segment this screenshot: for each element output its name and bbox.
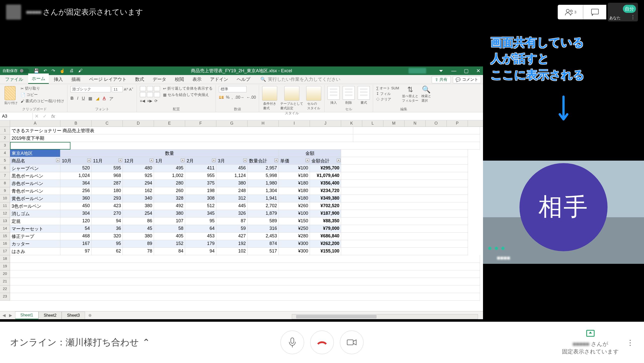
cell[interactable]: ¥702,520 — [310, 202, 341, 210]
cell[interactable]: 95 — [92, 240, 123, 248]
merge-button[interactable]: ▦ セルを結合して中央揃え — [163, 92, 213, 97]
font-size-select[interactable]: 11 — [112, 86, 123, 92]
cell[interactable]: ¥79,000 — [310, 225, 341, 233]
italic-button[interactable]: I — [77, 96, 78, 102]
cell[interactable]: 450 — [60, 202, 92, 210]
autosave-toggle[interactable]: 自動保存 — [3, 68, 29, 73]
name-box[interactable]: A3 — [0, 113, 33, 120]
format-painter-button[interactable]: 🖌 書式のコピー/貼り付け — [21, 99, 64, 103]
cell[interactable]: 427 — [216, 233, 248, 240]
tab-home[interactable]: ホーム — [28, 74, 49, 84]
cell[interactable]: できるステーショナリー 商品売上管理表 — [10, 127, 353, 134]
percent-icon[interactable]: % — [226, 95, 229, 100]
cell[interactable]: 248 — [216, 187, 248, 195]
sheet-tab[interactable]: Sheet3 — [62, 312, 85, 319]
cell[interactable]: ¥260 — [279, 202, 310, 210]
camera-button[interactable] — [340, 331, 364, 354]
col-header[interactable]: J — [310, 120, 341, 127]
touch-icon[interactable]: ☝ — [60, 68, 65, 74]
cell[interactable]: 1,024 — [60, 172, 92, 180]
cell[interactable]: 254 — [123, 210, 154, 217]
paste-button[interactable] — [5, 86, 16, 100]
row-header[interactable]: 23 — [0, 293, 10, 301]
cell[interactable]: ¥234,720 — [310, 187, 341, 195]
cell[interactable] — [341, 180, 468, 187]
cell[interactable]: ¥295,700 — [310, 165, 341, 172]
cell[interactable]: ¥300 — [279, 248, 310, 255]
conditional-format-button[interactable]: 条件付き 書式 — [262, 86, 277, 111]
cell[interactable]: 94 — [92, 217, 123, 225]
cell[interactable]: 167 — [60, 240, 92, 248]
col-header[interactable]: P — [447, 120, 468, 127]
cell[interactable]: 2月 — [185, 157, 216, 165]
cell[interactable] — [341, 233, 468, 240]
confirm-formula-icon[interactable]: ✓ — [41, 113, 49, 119]
row-header[interactable]: 22 — [0, 285, 10, 293]
cell[interactable]: 375 — [185, 180, 216, 187]
cell[interactable]: 数量 — [60, 150, 279, 157]
cell[interactable]: シャープペン — [10, 165, 60, 172]
increase-decimal-icon[interactable]: .00→ — [235, 95, 244, 100]
row-header[interactable]: 12 — [0, 210, 10, 217]
cell[interactable]: ¥262,200 — [310, 240, 341, 248]
maximize-icon[interactable]: ▢ — [464, 68, 469, 74]
col-header[interactable]: I — [279, 120, 310, 127]
bold-button[interactable]: B — [70, 96, 73, 102]
cell[interactable]: ¥150 — [279, 217, 310, 225]
cell[interactable]: 955 — [185, 172, 216, 180]
fx-icon[interactable]: fx — [49, 114, 58, 119]
ribbon-options-icon[interactable]: ⏷ — [439, 68, 444, 74]
sort-filter-button[interactable]: ⇅並べ替えと フィルター — [402, 86, 418, 103]
cell[interactable]: 925 — [123, 172, 154, 180]
cell[interactable] — [10, 293, 480, 301]
filter-icon[interactable] — [150, 159, 153, 162]
wrap-text-button[interactable]: ↩ 折り返して全体を表示する — [163, 86, 213, 91]
cell[interactable] — [353, 134, 480, 142]
cell-styles-button[interactable]: セルの スタイル — [306, 86, 321, 111]
tab-addins[interactable]: アドイン — [207, 74, 232, 84]
row-header[interactable]: 14 — [0, 225, 10, 233]
more-options-button[interactable]: ⋮ — [626, 338, 634, 347]
tab-review[interactable]: 校閲 — [171, 74, 187, 84]
cell[interactable]: 11月 — [92, 157, 123, 165]
phonetic-button[interactable]: ア — [109, 96, 113, 102]
col-header[interactable]: L — [362, 120, 383, 127]
minimize-icon[interactable]: — — [451, 68, 456, 74]
row-header[interactable]: 5 — [0, 157, 10, 165]
cell[interactable]: 54 — [60, 225, 92, 233]
cell[interactable]: 金額合計 — [310, 157, 341, 165]
cell[interactable] — [341, 202, 468, 210]
row-header[interactable]: 9 — [0, 187, 10, 195]
cell[interactable]: 312 — [216, 195, 248, 202]
cell[interactable]: 345 — [185, 210, 216, 217]
cell[interactable]: ¥686,840 — [310, 233, 341, 240]
cell[interactable]: 10月 — [60, 157, 92, 165]
cell[interactable]: 62 — [92, 248, 123, 255]
border-button[interactable]: ▦ — [88, 96, 92, 102]
cell[interactable]: 36 — [92, 225, 123, 233]
cell[interactable] — [341, 165, 468, 172]
cell[interactable]: 380 — [123, 233, 154, 240]
sheet-tab[interactable]: Sheet1 — [15, 311, 38, 319]
cell[interactable]: 340 — [123, 195, 154, 202]
tab-help[interactable]: ヘルプ — [233, 74, 254, 84]
decrease-decimal-icon[interactable]: ←.00 — [246, 95, 256, 100]
cell[interactable]: 2,453 — [248, 233, 279, 240]
cell[interactable]: 1,879 — [248, 210, 279, 217]
cell[interactable] — [341, 187, 468, 195]
copy-button[interactable]: 📄 コピー — [21, 92, 64, 97]
present-icon[interactable] — [562, 330, 619, 339]
cell[interactable]: 453 — [185, 233, 216, 240]
col-header[interactable]: C — [92, 120, 123, 127]
cell[interactable]: 2,957 — [248, 165, 279, 172]
signed-in-user[interactable] — [409, 68, 426, 74]
cell[interactable]: 5,998 — [248, 172, 279, 180]
row-header[interactable]: 21 — [0, 278, 10, 285]
row-header[interactable]: 10 — [0, 195, 10, 202]
cell[interactable]: 874 — [248, 240, 279, 248]
cell[interactable]: 320 — [92, 233, 123, 240]
cell[interactable] — [10, 255, 480, 263]
font-color-button[interactable]: A — [103, 96, 105, 102]
col-header[interactable]: A — [10, 120, 60, 127]
cell[interactable] — [10, 278, 480, 285]
